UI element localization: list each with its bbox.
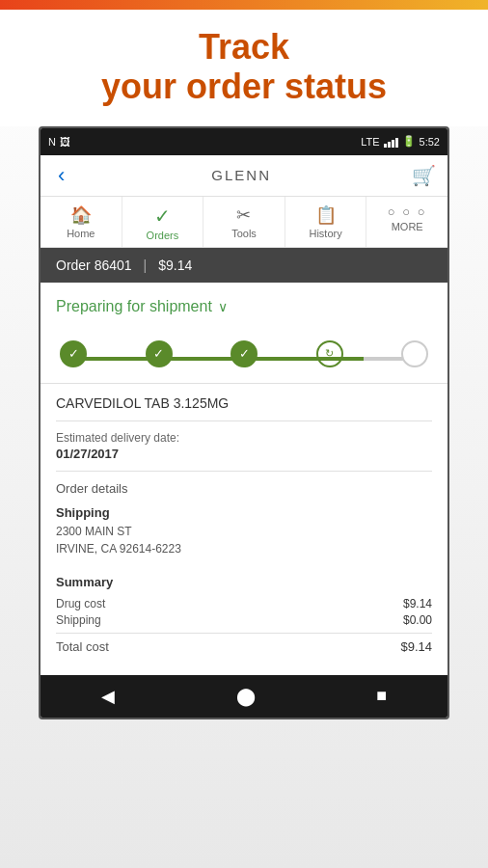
cart-icon[interactable]: 🛒 (412, 164, 436, 187)
status-text: Preparing for shipment (56, 298, 212, 315)
notification-icon: N (48, 136, 56, 148)
order-divider: | (144, 258, 148, 273)
address-line1: 2300 MAIN ST (56, 523, 432, 540)
step-nodes: ✓ ✓ ✓ ↻ (60, 340, 428, 367)
user-name: GLENN (70, 167, 412, 183)
battery-icon: 🔋 (402, 135, 416, 148)
order-details-label: Order details (56, 472, 432, 502)
android-back-button[interactable]: ◀ (101, 686, 115, 707)
summary-title: Summary (56, 575, 432, 589)
step-4: ↻ (316, 340, 343, 367)
delivery-section: Estimated delivery date: 01/27/2017 (56, 421, 432, 472)
item-section: CARVEDILOL TAB 3.125MG Estimated deliver… (41, 383, 447, 675)
orders-checkmark-icon: ✓ (154, 204, 171, 228)
shipping-cost-row: Shipping $0.00 (56, 613, 432, 627)
android-home-button[interactable]: ⬤ (236, 686, 256, 707)
signal-bar-3 (392, 140, 394, 148)
status-bar: N 🖼 LTE 🔋 5:52 (41, 128, 447, 155)
shipping-address: 2300 MAIN ST IRVINE, CA 92614-6223 (56, 523, 432, 557)
top-gradient-bar (0, 0, 488, 10)
main-content: Preparing for shipment ∨ ✓ ✓ ✓ ↻ CARVEDI… (41, 283, 447, 675)
nav-bar: ‹ GLENN 🛒 (41, 155, 447, 197)
signal-bar-1 (384, 144, 387, 148)
phone-frame: N 🖼 LTE 🔋 5:52 ‹ GLENN 🛒 🏠 Home ✓ Or (39, 126, 449, 719)
tab-home[interactable]: 🏠 Home (41, 197, 122, 247)
order-header-bar: Order 86401 | $9.14 (41, 248, 447, 283)
delivery-date: 01/27/2017 (56, 447, 432, 461)
shipping-section: Shipping 2300 MAIN ST IRVINE, CA 92614-6… (56, 502, 432, 565)
more-dots-icon: ○ ○ ○ (388, 204, 427, 219)
signal-bar-4 (395, 138, 398, 148)
total-cost-value: $9.14 (400, 639, 432, 654)
back-button[interactable]: ‹ (52, 161, 70, 190)
delivery-label: Estimated delivery date: (56, 431, 432, 445)
tab-history-label: History (309, 228, 341, 239)
item-name: CARVEDILOL TAB 3.125MG (56, 395, 432, 421)
step-2: ✓ (146, 340, 173, 367)
shipping-cost-label: Shipping (56, 613, 101, 627)
signal-bar-2 (388, 142, 391, 148)
order-price: $9.14 (158, 258, 192, 273)
time-display: 5:52 (420, 136, 440, 148)
title-line2: your order status (19, 67, 469, 106)
drug-cost-value: $9.14 (403, 597, 432, 610)
tab-more-label: MORE (392, 221, 423, 232)
total-row: Total cost $9.14 (56, 639, 432, 654)
tab-orders[interactable]: ✓ Orders (122, 197, 204, 247)
shipping-cost-value: $0.00 (403, 613, 432, 627)
chevron-down-icon[interactable]: ∨ (218, 299, 228, 314)
app-header: Track your order status (0, 10, 488, 126)
tab-home-label: Home (67, 228, 95, 239)
android-nav-bar: ◀ ⬤ ■ (41, 675, 447, 718)
tab-bar: 🏠 Home ✓ Orders ✂ Tools 📋 History ○ ○ ○ … (41, 197, 447, 248)
total-cost-label: Total cost (56, 639, 109, 654)
drug-cost-row: Drug cost $9.14 (56, 597, 432, 610)
home-icon: 🏠 (70, 204, 92, 226)
image-icon: 🖼 (60, 136, 70, 148)
tab-tools[interactable]: ✂ Tools (203, 197, 285, 247)
tab-more[interactable]: ○ ○ ○ MORE (366, 197, 447, 247)
address-line2: IRVINE, CA 92614-6223 (56, 540, 432, 557)
summary-divider (56, 633, 432, 634)
signal-bars (384, 136, 398, 148)
title-line1: Track (19, 27, 469, 67)
step-3: ✓ (230, 340, 258, 367)
tools-icon: ✂ (236, 204, 251, 226)
status-right: LTE 🔋 5:52 (361, 135, 440, 148)
history-icon: 📋 (315, 204, 337, 226)
drug-cost-label: Drug cost (56, 597, 105, 610)
network-type: LTE (361, 136, 379, 148)
tab-tools-label: Tools (231, 228, 257, 239)
android-recent-button[interactable]: ■ (376, 686, 387, 706)
tab-history[interactable]: 📋 History (285, 197, 367, 247)
step-5 (401, 340, 428, 367)
app-title: Track your order status (19, 27, 469, 107)
status-section: Preparing for shipment ∨ (41, 283, 447, 323)
step-1: ✓ (60, 340, 87, 367)
summary-section: Summary Drug cost $9.14 Shipping $0.00 T… (56, 565, 432, 664)
progress-tracker: ✓ ✓ ✓ ↻ (41, 323, 447, 383)
tab-orders-label: Orders (147, 230, 179, 241)
shipment-status: Preparing for shipment ∨ (56, 298, 432, 315)
shipping-title: Shipping (56, 505, 432, 520)
status-left: N 🖼 (48, 136, 70, 148)
order-number: Order 86401 (56, 258, 132, 273)
